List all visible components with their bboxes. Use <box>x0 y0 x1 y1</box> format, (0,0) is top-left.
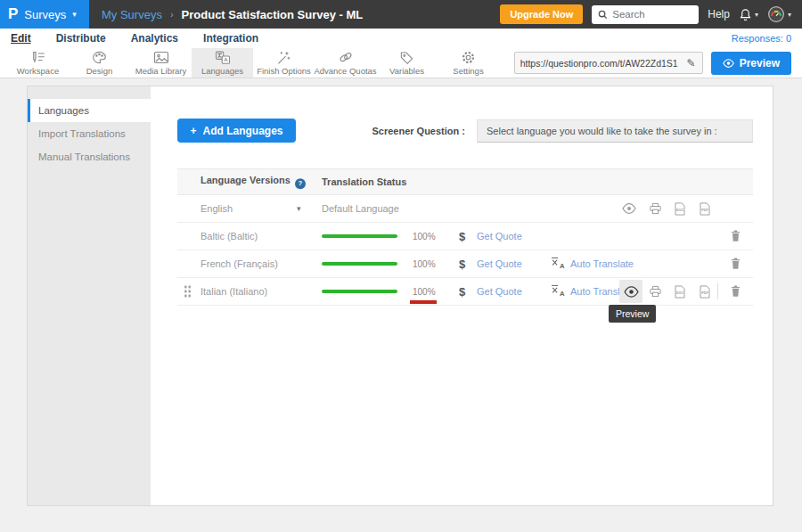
sidebar-item-label: Import Translations <box>38 128 126 139</box>
eye-icon <box>723 59 734 68</box>
search-icon <box>598 10 608 20</box>
translation-progress-bar <box>322 262 397 266</box>
help-icon[interactable]: ? <box>295 178 306 189</box>
translation-percent: 100% <box>413 232 436 241</box>
tab-distribute[interactable]: Distribute <box>56 32 106 45</box>
language-name: Italian (Italiano) <box>200 286 267 297</box>
tab-analytics[interactable]: Analytics <box>131 32 178 45</box>
languages-panel: Languages Import Translations Manual Tra… <box>27 86 773 506</box>
media-library-icon <box>153 51 169 64</box>
toolbar-advance-quotas[interactable]: Advance Quotas <box>315 48 376 78</box>
search-input[interactable] <box>612 9 688 20</box>
delete-language-button[interactable] <box>725 282 745 301</box>
toolbar-right: https://questionpro.com/t/AW22Zd1S1 ✎ Pr… <box>514 48 802 78</box>
breadcrumb-my-surveys[interactable]: My Surveys <box>102 8 162 21</box>
sidebar-item-label: Languages <box>38 105 89 116</box>
notifications-button[interactable]: ▾ <box>739 8 758 21</box>
doc-file-icon: DOC <box>674 202 686 216</box>
svg-text:DOC: DOC <box>676 291 684 295</box>
doc-file-icon: DOC <box>674 285 686 299</box>
add-languages-button[interactable]: + Add Languages <box>177 119 296 143</box>
survey-nav: Edit Distribute Analytics Integration Re… <box>0 29 802 48</box>
export-doc-button[interactable]: DOC <box>670 282 690 301</box>
language-name: English <box>200 203 233 214</box>
default-language-dropdown[interactable]: ▾ <box>297 204 301 213</box>
delete-language-button[interactable] <box>725 226 745 246</box>
table-row-french: French (Français) 100% $ Get Quote A Aut… <box>177 250 753 278</box>
sidebar-item-manual-translations[interactable]: Manual Translations <box>28 145 151 168</box>
export-doc-button[interactable]: DOC <box>670 199 690 218</box>
product-menu[interactable]: P Surveys ▾ <box>0 0 89 29</box>
toolbar-design[interactable]: Design <box>69 48 130 78</box>
print-language-button[interactable] <box>645 199 665 218</box>
preview-language-button[interactable] <box>619 280 642 303</box>
survey-title: Product Satisfaction Survey - ML <box>182 8 364 21</box>
preview-tooltip: Preview <box>609 305 656 323</box>
translation-percent: 100% <box>413 259 436 269</box>
responses-count[interactable]: Responses: 0 <box>732 33 791 44</box>
toolbar-finish-options[interactable]: Finish Options <box>253 48 315 78</box>
get-quote-link[interactable]: Get Quote <box>477 286 522 297</box>
trash-icon <box>730 285 741 298</box>
edit-url-icon[interactable]: ✎ <box>681 57 702 70</box>
toolbar-variables[interactable]: Variables <box>376 48 438 78</box>
toolbar-workspace[interactable]: Workspace <box>7 48 69 78</box>
toolbar-media-library[interactable]: Media Library <box>130 48 192 78</box>
drag-handle[interactable] <box>184 285 192 299</box>
survey-url-box: https://questionpro.com/t/AW22Zd1S1 ✎ <box>514 52 703 74</box>
delete-language-button[interactable] <box>725 254 745 274</box>
toolbar-label: Advance Quotas <box>314 66 376 76</box>
global-search[interactable] <box>592 5 699 24</box>
app-menu-label: Surveys <box>24 8 66 21</box>
dollar-icon: $ <box>459 285 465 299</box>
advance-quotas-icon <box>338 51 354 64</box>
upgrade-now-button[interactable]: Upgrade Now <box>500 4 583 24</box>
tab-integration[interactable]: Integration <box>203 32 258 45</box>
tab-edit[interactable]: Edit <box>11 32 31 45</box>
sidebar-item-languages[interactable]: Languages <box>28 99 151 122</box>
add-languages-label: Add Languages <box>203 125 283 137</box>
preview-language-button[interactable] <box>619 199 639 218</box>
toolbar-label: Variables <box>389 66 424 76</box>
get-quote-link[interactable]: Get Quote <box>477 231 522 241</box>
svg-text:A: A <box>560 290 565 297</box>
edit-toolbar: Workspace Design Media Library A Languag… <box>0 48 802 78</box>
toolbar-label: Finish Options <box>257 66 311 76</box>
bell-icon <box>739 8 752 21</box>
table-row-english: English ▾ Default Language DOC PDF <box>177 195 753 223</box>
sidebar-item-import-translations[interactable]: Import Translations <box>28 122 151 145</box>
svg-text:PDF: PDF <box>701 208 708 212</box>
eye-icon <box>624 286 639 298</box>
help-link[interactable]: Help <box>708 8 730 20</box>
export-pdf-button[interactable]: PDF <box>695 199 715 218</box>
screener-question-field[interactable]: Select language you would like to take t… <box>477 119 753 143</box>
auto-translate-link[interactable]: Auto Translate <box>570 258 634 269</box>
toolbar-languages[interactable]: A Languages <box>192 48 253 78</box>
toolbar-settings[interactable]: Settings <box>438 48 499 78</box>
col-language-versions: Language Versions? <box>200 175 306 189</box>
dollar-icon: $ <box>459 230 465 243</box>
col-translation-status: Translation Status <box>322 176 406 187</box>
screener-question-group: Screener Question : Select language you … <box>372 119 753 143</box>
account-menu[interactable]: ▾ <box>767 5 791 23</box>
dollar-icon: $ <box>459 258 465 271</box>
toolbar-label: Settings <box>453 66 483 76</box>
plus-icon: + <box>190 125 196 137</box>
export-pdf-button[interactable]: PDF <box>695 282 715 301</box>
sidebar-item-label: Manual Translations <box>38 151 130 162</box>
svg-text:A: A <box>560 262 565 269</box>
survey-url[interactable]: https://questionpro.com/t/AW22Zd1S1 <box>515 58 681 69</box>
languages-content: + Add Languages Screener Question : Sele… <box>151 86 773 505</box>
finish-options-icon <box>276 51 291 64</box>
svg-text:A: A <box>224 57 228 62</box>
settings-icon <box>461 51 476 64</box>
preview-button[interactable]: Preview <box>711 52 791 75</box>
printer-icon <box>649 285 662 298</box>
print-language-button[interactable] <box>645 282 665 301</box>
variables-icon <box>399 51 414 64</box>
chevron-down-icon: ▾ <box>788 11 791 19</box>
breadcrumb-separator-icon: › <box>170 9 174 20</box>
content-top-row: + Add Languages Screener Question : Sele… <box>177 119 753 143</box>
get-quote-link[interactable]: Get Quote <box>477 258 522 269</box>
toolbar-label: Languages <box>201 66 243 76</box>
